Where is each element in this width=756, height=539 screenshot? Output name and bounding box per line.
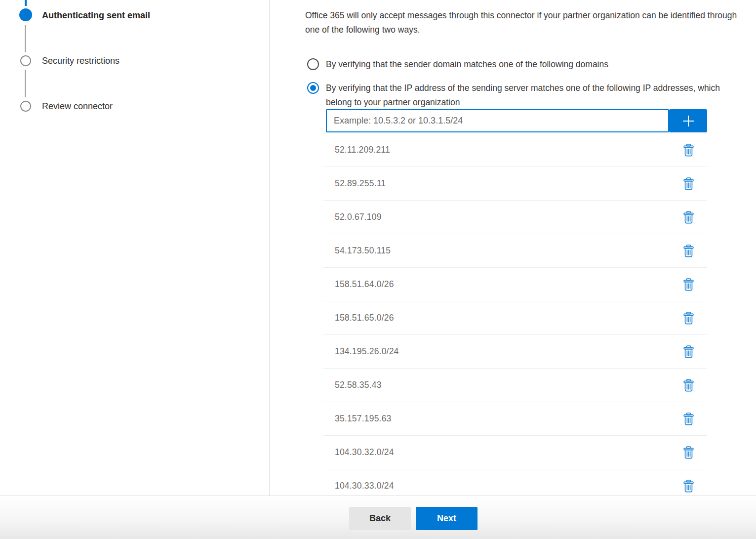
main-content: Office 365 will only accept messages thr… bbox=[0, 0, 756, 496]
delete-ip-button[interactable] bbox=[680, 243, 696, 259]
ip-value: 54.173.50.115 bbox=[323, 246, 391, 256]
radio-button-selected[interactable] bbox=[307, 82, 319, 94]
ip-value: 104.30.33.0/24 bbox=[323, 481, 394, 491]
trash-icon bbox=[683, 480, 694, 493]
delete-ip-button[interactable] bbox=[680, 310, 696, 327]
trash-icon bbox=[683, 446, 694, 459]
ip-value: 158.51.65.0/26 bbox=[323, 313, 394, 323]
radio-dot bbox=[310, 85, 316, 91]
trash-icon bbox=[683, 177, 694, 190]
ip-list-row: 104.30.32.0/24 bbox=[323, 436, 707, 469]
next-button[interactable]: Next bbox=[416, 507, 477, 530]
delete-ip-button[interactable] bbox=[680, 142, 696, 159]
ip-list-row: 52.11.209.211 bbox=[323, 133, 707, 167]
ip-value: 52.58.35.43 bbox=[323, 380, 382, 390]
ip-list: 52.11.209.211 52. bbox=[323, 133, 707, 503]
trash-icon bbox=[683, 144, 694, 157]
wizard-footer: Back Next bbox=[0, 496, 756, 539]
ip-list-row: 35.157.195.63 bbox=[323, 402, 707, 436]
ip-value: 52.89.255.11 bbox=[323, 178, 386, 189]
back-button[interactable]: Back bbox=[349, 507, 411, 530]
delete-ip-button[interactable] bbox=[680, 411, 696, 427]
delete-ip-button[interactable] bbox=[680, 343, 696, 360]
trash-icon bbox=[683, 312, 694, 325]
ip-list-row: 52.89.255.11 bbox=[323, 167, 707, 201]
delete-ip-button[interactable] bbox=[680, 377, 696, 394]
ip-list-row: 52.58.35.43 bbox=[323, 369, 707, 402]
ip-list-row: 158.51.64.0/26 bbox=[323, 268, 707, 301]
delete-ip-button[interactable] bbox=[680, 276, 696, 293]
plus-icon bbox=[681, 114, 696, 128]
trash-icon bbox=[683, 278, 694, 291]
trash-icon bbox=[683, 379, 694, 392]
ip-list-row: 54.173.50.115 bbox=[323, 234, 707, 268]
ip-value: 52.11.209.211 bbox=[323, 145, 390, 155]
ip-value: 134.195.26.0/24 bbox=[323, 346, 399, 357]
delete-ip-button[interactable] bbox=[680, 175, 696, 192]
trash-icon bbox=[683, 245, 694, 257]
ip-list-row: 158.51.65.0/26 bbox=[323, 301, 707, 335]
trash-icon bbox=[683, 345, 694, 358]
ip-list-row: 134.195.26.0/24 bbox=[323, 335, 707, 369]
delete-ip-button[interactable] bbox=[680, 478, 696, 495]
trash-icon bbox=[683, 413, 694, 425]
ip-value: 104.30.32.0/24 bbox=[323, 447, 394, 457]
ip-value: 158.51.64.0/26 bbox=[323, 279, 394, 290]
radio-option-ip-label: By verifying that the IP address of the … bbox=[326, 81, 727, 110]
ip-value: 35.157.195.63 bbox=[323, 414, 392, 424]
connector-wizard-page: Authenticating sent email Security restr… bbox=[0, 0, 756, 539]
delete-ip-button[interactable] bbox=[680, 209, 696, 226]
radio-button-unselected[interactable] bbox=[307, 58, 319, 70]
add-ip-button[interactable] bbox=[669, 109, 707, 132]
delete-ip-button[interactable] bbox=[680, 444, 696, 461]
ip-list-row: 52.0.67.109 bbox=[323, 201, 707, 234]
ip-value: 52.0.67.109 bbox=[323, 212, 382, 222]
radio-option-domain-label: By verifying that the sender domain matc… bbox=[326, 57, 727, 72]
ip-address-input[interactable] bbox=[326, 109, 669, 132]
page-description: Office 365 will only accept messages thr… bbox=[305, 8, 754, 37]
trash-icon bbox=[683, 211, 694, 224]
